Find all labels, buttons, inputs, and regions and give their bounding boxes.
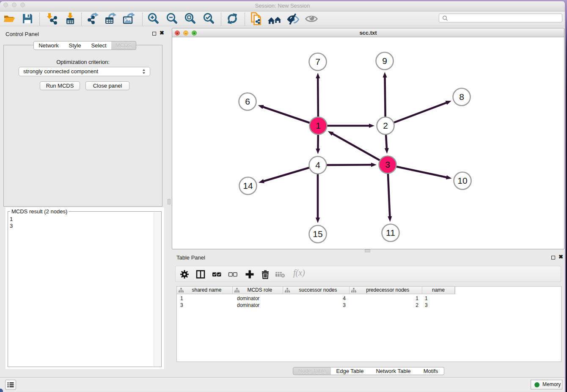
svg-text:15: 15 [313,229,322,239]
svg-text:6: 6 [245,97,250,106]
svg-text:2: 2 [383,121,388,130]
svg-text:9: 9 [382,56,387,66]
svg-text:14: 14 [243,181,253,190]
svg-text:10: 10 [457,176,467,185]
svg-text:11: 11 [386,228,395,237]
svg-text:3: 3 [385,160,390,169]
svg-text:7: 7 [315,57,320,66]
svg-text:1: 1 [316,121,321,130]
svg-text:8: 8 [459,92,464,102]
svg-text:4: 4 [315,160,320,170]
